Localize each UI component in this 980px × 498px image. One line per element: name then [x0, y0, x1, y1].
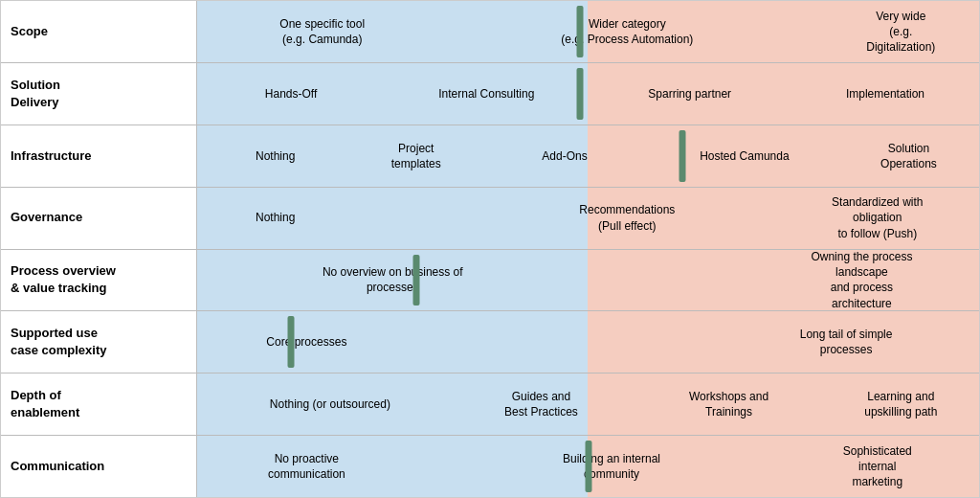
item-infrastructure-3: Hosted Camunda: [700, 148, 789, 164]
content-infrastructure: NothingProject templatesAdd-OnsHosted Ca…: [197, 125, 979, 187]
label-communication: Communication: [1, 436, 197, 497]
item-infrastructure-0: Nothing: [256, 148, 295, 164]
row-enablement: Depth of enablementNothing (or outsource…: [1, 374, 979, 436]
marker-scope: [577, 6, 584, 57]
item-enablement-2: Workshops and Trainings: [689, 389, 768, 419]
main-table: ScopeOne specific tool (e.g. Camunda)Wid…: [0, 0, 980, 498]
item-enablement-1: Guides and Best Practices: [504, 389, 578, 419]
label-use-case: Supported use case complexity: [1, 311, 197, 373]
item-governance-0: Nothing: [256, 210, 295, 225]
label-process-overview: Process overview & value tracking: [1, 250, 197, 311]
item-solution-delivery-1: Internal Consulting: [438, 86, 534, 102]
label-solution-delivery: Solution Delivery: [1, 63, 197, 124]
item-scope-0: One specific tool (e.g. Camunda): [279, 16, 365, 47]
item-solution-delivery-3: Implementation: [846, 86, 924, 102]
item-governance-2: Standardized with obligation to follow (…: [827, 194, 928, 241]
marker-communication: [585, 441, 591, 492]
item-infrastructure-4: Solution Operations: [874, 141, 945, 171]
item-process-overview-1: Owning the process landscape and process…: [803, 250, 921, 311]
item-solution-delivery-2: Sparring partner: [648, 86, 731, 102]
content-governance: NothingRecommendations (Pull effect)Stan…: [197, 188, 979, 249]
row-process-overview: Process overview & value trackingNo over…: [1, 250, 979, 312]
label-scope: Scope: [1, 1, 197, 62]
content-solution-delivery: Hands-OffInternal ConsultingSparring par…: [197, 63, 979, 124]
item-communication-1: Building an internal community: [563, 451, 660, 482]
item-enablement-3: Learning and upskilling path: [864, 389, 937, 419]
item-scope-2: Very wide (e.g. Digitalization): [861, 9, 940, 56]
row-solution-delivery: Solution DeliveryHands-OffInternal Consu…: [1, 63, 979, 125]
marker-infrastructure: [679, 130, 685, 182]
content-scope: One specific tool (e.g. Camunda)Wider ca…: [197, 1, 979, 62]
content-communication: No proactive communicationBuilding an in…: [197, 436, 979, 497]
item-solution-delivery-0: Hands-Off: [265, 86, 317, 102]
item-process-overview-0: No overview on business of processes: [316, 264, 469, 295]
row-communication: CommunicationNo proactive communicationB…: [1, 436, 979, 497]
marker-process-overview: [412, 255, 419, 306]
item-communication-2: Sophisticated internal marketing: [827, 443, 928, 490]
label-enablement: Depth of enablement: [1, 374, 197, 435]
item-governance-1: Recommendations (Pull effect): [579, 202, 675, 233]
item-use-case-0: Core processes: [266, 334, 346, 350]
label-governance: Governance: [1, 188, 197, 249]
row-governance: GovernanceNothingRecommendations (Pull e…: [1, 188, 979, 250]
content-process-overview: No overview on business of processesOwni…: [197, 250, 979, 311]
marker-use-case: [288, 316, 295, 368]
label-infrastructure: Infrastructure: [1, 125, 197, 187]
row-use-case: Supported use case complexityCore proces…: [1, 311, 979, 374]
content-enablement: Nothing (or outsourced)Guides and Best P…: [197, 374, 979, 435]
item-infrastructure-2: Add-Ons: [542, 148, 587, 164]
item-enablement-0: Nothing (or outsourced): [270, 396, 390, 412]
content-use-case: Core processesLong tail of simple proces…: [197, 311, 979, 373]
item-use-case-1: Long tail of simple processes: [780, 327, 913, 357]
row-scope: ScopeOne specific tool (e.g. Camunda)Wid…: [1, 1, 979, 63]
item-communication-0: No proactive communication: [268, 451, 345, 482]
item-infrastructure-1: Project templates: [391, 141, 441, 171]
row-infrastructure: InfrastructureNothingProject templatesAd…: [1, 125, 979, 188]
marker-solution-delivery: [577, 68, 584, 120]
